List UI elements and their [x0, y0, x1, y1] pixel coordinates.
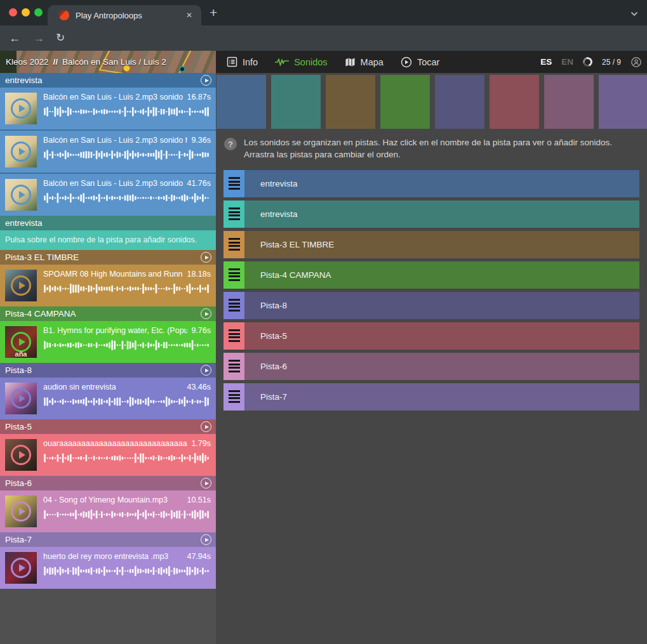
- track-color-swatch: [544, 75, 594, 129]
- forward-button[interactable]: →: [33, 30, 44, 46]
- audio-clip[interactable]: Balcón en San Luis - Luis 2.mp3 sonido h…: [0, 131, 216, 173]
- play-circle-icon: [401, 56, 412, 68]
- track-header[interactable]: Pista-7: [0, 532, 216, 547]
- window-minimize-button[interactable]: [22, 8, 30, 16]
- grip-icon: [229, 207, 240, 220]
- clip-waveform: [43, 192, 211, 204]
- clip-thumbnail[interactable]: [5, 439, 37, 471]
- clip-waveform: [43, 565, 211, 577]
- clip-play-icon[interactable]: [11, 558, 31, 578]
- nav-item-mapa[interactable]: Mapa: [345, 57, 384, 67]
- app-nav: Info Sonidos Mapa Tocar: [227, 51, 439, 73]
- track-play-button[interactable]: [201, 365, 211, 376]
- track-row[interactable]: entrevista: [223, 170, 639, 197]
- grip-icon: [229, 390, 240, 403]
- sidebar-track-section: Pista-3 EL TIMBRE SPOAMR 08 High Mountai…: [0, 250, 216, 306]
- clip-thumbnail[interactable]: [5, 179, 37, 211]
- clip-main: SPOAMR 08 High Mountains and Running ...…: [43, 270, 211, 301]
- track-play-button[interactable]: [201, 252, 211, 263]
- track-color-swatch: [217, 75, 266, 129]
- clip-play-icon[interactable]: [11, 332, 31, 352]
- track-header[interactable]: Pista-3 EL TIMBRE: [0, 250, 216, 265]
- clip-waveform: [43, 396, 211, 407]
- audio-clip[interactable]: aña B1. Hymns for purifying water, Etc. …: [0, 321, 216, 363]
- clip-play-icon[interactable]: [11, 445, 31, 465]
- drag-handle[interactable]: [223, 170, 244, 197]
- clip-title: ouaraaaaaaaaaaaaaaaaaaaaaaaaaaaaaaaaaaaa…: [43, 439, 187, 448]
- clip-thumbnail[interactable]: [5, 383, 37, 414]
- audio-clip[interactable]: Balcón en San Luis - Luis 2.mp3 sonido h…: [0, 174, 216, 216]
- track-play-button[interactable]: [201, 308, 211, 319]
- track-color-swatch: [435, 75, 484, 129]
- audio-clip[interactable]: 04 - Song of Yimeng Mountain.mp3 10.51s: [0, 490, 216, 532]
- track-play-button[interactable]: [201, 534, 211, 545]
- clip-main: 04 - Song of Yimeng Mountain.mp3 10.51s: [43, 496, 211, 527]
- nav-item-tocar[interactable]: Tocar: [401, 56, 439, 68]
- clip-duration: 9.76s: [191, 326, 211, 335]
- track-row[interactable]: Pista-4 CAMPANA: [223, 261, 639, 289]
- clip-main: audion sin entrevista 43.46s: [43, 383, 211, 414]
- track-row[interactable]: Pista-5: [223, 322, 639, 350]
- clip-thumbnail[interactable]: [5, 552, 37, 584]
- window-close-button[interactable]: [9, 8, 17, 16]
- audio-clip[interactable]: Balcón en San Luis - Luis 2.mp3 sonido h…: [0, 88, 216, 129]
- nav-item-sonidos[interactable]: Sonidos: [275, 57, 327, 67]
- drag-handle[interactable]: [223, 261, 244, 289]
- main-panel: ? Los sonidos se organizan en pistas. Ha…: [216, 73, 647, 644]
- audio-clip[interactable]: SPOAMR 08 High Mountains and Running ...…: [0, 265, 216, 306]
- nav-item-info[interactable]: Info: [227, 56, 258, 67]
- drag-handle[interactable]: [223, 200, 244, 228]
- lang-toggle-en[interactable]: EN: [561, 57, 573, 67]
- app-header: Kleos 2022//Balcón en San Luis / Luis 2 …: [0, 51, 647, 73]
- reload-button[interactable]: ↻: [56, 30, 65, 46]
- browser-tab[interactable]: Play Antropoloops ✕: [48, 5, 201, 25]
- tab-search-chevron-icon[interactable]: [629, 9, 639, 19]
- clip-waveform: [43, 283, 211, 294]
- track-play-button[interactable]: [201, 75, 211, 86]
- account-icon[interactable]: [630, 56, 642, 68]
- list-icon: [227, 56, 237, 67]
- clip-thumbnail[interactable]: [5, 270, 37, 301]
- track-color-swatch: [271, 75, 321, 129]
- track-play-button[interactable]: [201, 421, 211, 432]
- clip-thumbnail[interactable]: aña: [5, 326, 37, 358]
- track-header[interactable]: Pista-5: [0, 419, 216, 434]
- audio-clip[interactable]: huerto del rey moro entrevista .mp3 47.9…: [0, 547, 216, 589]
- track-row[interactable]: Pista-3 EL TIMBRE: [223, 231, 639, 258]
- clip-thumbnail[interactable]: [5, 496, 37, 527]
- track-header[interactable]: entrevista: [0, 216, 216, 230]
- track-play-button[interactable]: [201, 478, 211, 489]
- clip-play-icon[interactable]: [11, 275, 31, 296]
- clip-play-icon[interactable]: [11, 388, 31, 409]
- track-row[interactable]: Pista-8: [223, 292, 639, 319]
- clip-play-icon[interactable]: [11, 141, 31, 162]
- tab-close-icon[interactable]: ✕: [183, 10, 195, 21]
- lang-toggle-es[interactable]: ES: [540, 57, 552, 67]
- track-header[interactable]: Pista-6: [0, 476, 216, 490]
- clip-title: SPOAMR 08 High Mountains and Running ...: [43, 270, 183, 279]
- clip-play-icon[interactable]: [11, 185, 31, 205]
- track-row[interactable]: Pista-6: [223, 353, 639, 380]
- track-header[interactable]: Pista-4 CAMPANA: [0, 306, 216, 321]
- drag-handle[interactable]: [223, 383, 244, 411]
- clip-play-icon[interactable]: [11, 501, 31, 522]
- audio-clip[interactable]: audion sin entrevista 43.46s: [0, 378, 216, 419]
- clip-thumbnail[interactable]: [5, 93, 37, 124]
- track-row[interactable]: entrevista: [223, 200, 639, 228]
- back-button[interactable]: ←: [9, 30, 20, 46]
- track-row[interactable]: Pista-7: [223, 383, 639, 411]
- track-header[interactable]: Pista-8: [0, 363, 216, 378]
- track-header[interactable]: entrevista: [0, 73, 216, 88]
- drag-handle[interactable]: [223, 231, 244, 258]
- audio-clip[interactable]: ouaraaaaaaaaaaaaaaaaaaaaaaaaaaaaaaaaaaaa…: [0, 434, 216, 476]
- clip-list: audion sin entrevista 43.46s: [0, 378, 216, 419]
- window-zoom-button[interactable]: [34, 8, 43, 16]
- clip-play-icon[interactable]: [11, 98, 31, 119]
- drag-handle[interactable]: [223, 353, 244, 380]
- drag-handle[interactable]: [223, 322, 244, 350]
- clip-list: Balcón en San Luis - Luis 2.mp3 sonido h…: [0, 88, 216, 216]
- clip-thumbnail[interactable]: [5, 136, 37, 168]
- drag-handle[interactable]: [223, 292, 244, 319]
- map-hero-image: Kleos 2022//Balcón en San Luis / Luis 2: [0, 51, 216, 73]
- new-tab-button[interactable]: +: [210, 6, 217, 20]
